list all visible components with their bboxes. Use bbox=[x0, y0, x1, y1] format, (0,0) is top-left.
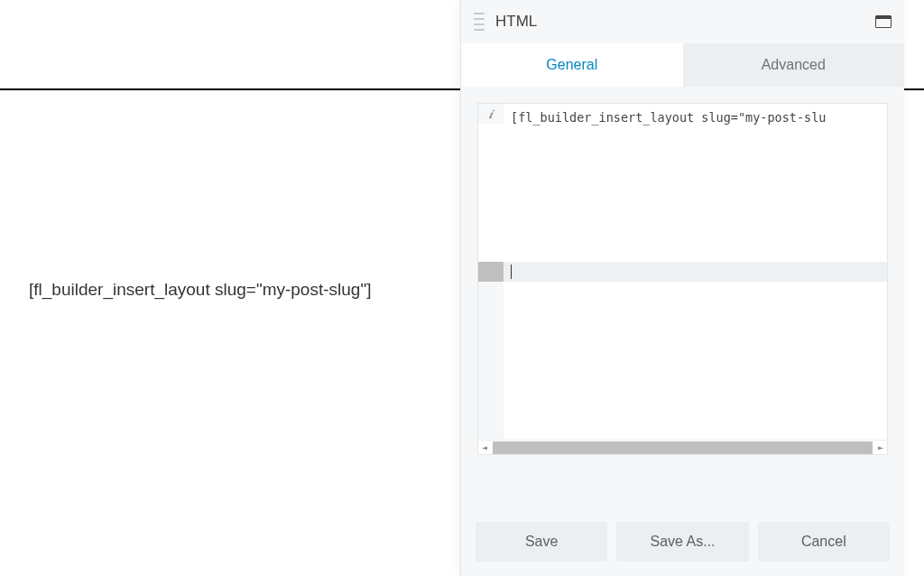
editor-area: 𝒊 [fl_builder_insert_layout slug="my-pos… bbox=[461, 87, 904, 511]
active-line-gutter bbox=[478, 262, 504, 282]
scroll-right-arrow-icon[interactable]: ► bbox=[874, 442, 887, 452]
panel-header: HTML bbox=[461, 0, 904, 43]
panel-tabs: General Advanced bbox=[461, 43, 904, 87]
gutter-line-indicator-icon: 𝒊 bbox=[489, 107, 493, 124]
scroll-thumb[interactable] bbox=[493, 441, 873, 454]
tab-advanced[interactable]: Advanced bbox=[683, 43, 905, 87]
panel-title: HTML bbox=[495, 13, 875, 31]
preview-shortcode: [fl_builder_insert_layout slug="my-post-… bbox=[29, 280, 371, 300]
scroll-left-arrow-icon[interactable]: ◄ bbox=[478, 442, 491, 452]
save-as-button[interactable]: Save As... bbox=[616, 522, 748, 562]
window-mode-icon[interactable] bbox=[875, 15, 892, 28]
code-line-1[interactable]: [fl_builder_insert_layout slug="my-post-… bbox=[511, 107, 880, 127]
code-editor[interactable]: 𝒊 [fl_builder_insert_layout slug="my-pos… bbox=[477, 103, 888, 455]
save-button[interactable]: Save bbox=[476, 522, 607, 562]
code-line-2[interactable] bbox=[478, 262, 887, 282]
settings-panel: HTML General Advanced 𝒊 [fl_builder_inse… bbox=[460, 0, 904, 576]
horizontal-scrollbar[interactable]: ◄ ► bbox=[478, 440, 887, 454]
drag-handle-icon[interactable] bbox=[474, 13, 485, 31]
panel-footer: Save Save As... Cancel bbox=[461, 511, 904, 576]
cancel-button[interactable]: Cancel bbox=[758, 522, 890, 562]
text-cursor bbox=[511, 265, 512, 279]
tab-general[interactable]: General bbox=[461, 43, 683, 87]
gutter-empty bbox=[478, 282, 504, 440]
